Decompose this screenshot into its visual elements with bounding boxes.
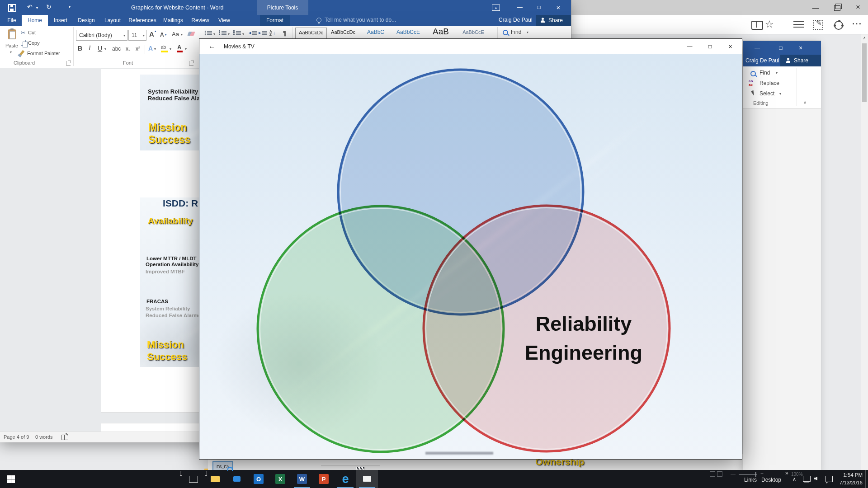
taskbar-word[interactable]: W — [291, 470, 313, 488]
collapse-ribbon-icon[interactable]: ∧ — [803, 100, 807, 105]
strikethrough-button[interactable]: abc — [112, 46, 121, 52]
bold-button[interactable]: B — [78, 45, 82, 52]
clear-formatting-icon[interactable] — [187, 32, 195, 36]
action-center-icon[interactable] — [826, 476, 833, 482]
tab-review[interactable]: Review — [187, 15, 213, 26]
italic-button[interactable]: I — [89, 45, 91, 52]
group-divider — [797, 68, 797, 106]
tab-view[interactable]: View — [213, 15, 235, 26]
select-button[interactable]: Select — [760, 90, 774, 97]
font-dialog-launcher-icon[interactable] — [189, 61, 193, 66]
maximize-button[interactable]: □ — [774, 41, 788, 55]
share-button[interactable]: Share — [536, 15, 571, 26]
undo-icon[interactable]: ↶ — [27, 3, 33, 10]
copy-button[interactable]: Copy — [28, 40, 40, 46]
font-color-button[interactable]: A — [177, 44, 183, 52]
replace-ac: ac — [749, 83, 753, 87]
tab-design[interactable]: Design — [73, 15, 99, 26]
share-button[interactable]: Share — [780, 55, 821, 66]
font-name-combobox[interactable]: Calibri (Body) ▾ — [76, 30, 127, 41]
tab-file[interactable]: File — [2, 15, 22, 26]
reading-view-icon[interactable] — [751, 21, 763, 30]
change-case-button[interactable]: Aa — [172, 31, 179, 38]
replace-button[interactable]: Replace — [760, 80, 779, 86]
cut-button[interactable]: Cut — [28, 30, 36, 35]
desktop-toolbar[interactable]: Desktop — [761, 477, 781, 483]
share-icon[interactable] — [834, 21, 843, 30]
customize-qat-icon[interactable]: ▾ — [69, 5, 71, 9]
ribbon-display-options-button[interactable]: ▴ — [489, 3, 503, 12]
paste-button[interactable]: Paste ▾ — [4, 28, 21, 61]
clipboard-dialog-launcher-icon[interactable] — [66, 61, 71, 66]
app-title: Movies & TV — [224, 43, 255, 50]
toolbar-expand-icon[interactable]: » — [785, 470, 788, 476]
clock[interactable]: 1:54 PM 7/13/2016 — [836, 471, 863, 487]
find-button[interactable]: Find — [760, 70, 770, 76]
sort-button[interactable]: A Z ↓ — [269, 29, 278, 37]
edge-minimize-button[interactable]: — — [807, 1, 825, 14]
redo-icon[interactable]: ↻ — [46, 3, 52, 10]
maximize-button[interactable]: □ — [700, 39, 720, 54]
close-button[interactable]: × — [794, 41, 807, 55]
shrink-font-button[interactable]: A — [160, 32, 164, 38]
hub-icon[interactable] — [793, 21, 804, 22]
network-icon[interactable] — [803, 476, 811, 482]
taskbar-edge[interactable]: e — [335, 470, 356, 488]
venn-diagram — [199, 54, 741, 459]
video-content[interactable]: Reliability Engineering — [199, 54, 742, 459]
task-view-button[interactable] — [183, 470, 204, 488]
show-hidden-icons-button[interactable]: ∧ — [793, 476, 796, 482]
links-toolbar[interactable]: Links — [744, 477, 757, 483]
taskbar-store[interactable] — [226, 470, 248, 488]
minimize-button[interactable]: — — [679, 39, 700, 54]
maximize-button[interactable]: □ — [529, 0, 548, 14]
tab-format[interactable]: Format — [260, 15, 290, 26]
taskbar-powerpoint[interactable]: P — [313, 470, 335, 488]
user-name[interactable]: Craig De Paul — [499, 17, 533, 23]
minimize-button[interactable]: — — [750, 41, 764, 55]
minimize-button[interactable]: — — [510, 0, 529, 14]
tab-layout[interactable]: Layout — [99, 15, 126, 26]
format-painter-button[interactable]: Format Painter — [27, 51, 60, 56]
scrollbar-up-arrow[interactable]: ∧ — [862, 36, 867, 40]
highlight-button[interactable]: ab — [161, 45, 168, 52]
ribbon-options-icon: ▴ — [492, 5, 500, 11]
tab-references[interactable]: References — [126, 15, 159, 26]
save-icon[interactable] — [8, 4, 16, 12]
superscript-button[interactable]: x² — [136, 46, 140, 52]
style-title[interactable]: AaB — [425, 27, 456, 40]
slide-line: Lower MTTR / MLDT — [146, 256, 197, 261]
close-button[interactable]: × — [720, 39, 741, 54]
style-preview: AaBbCcDc — [331, 29, 355, 35]
tab-home[interactable]: Home — [22, 15, 48, 26]
back-button[interactable]: ← — [208, 42, 216, 50]
grow-font-button[interactable]: A — [149, 30, 154, 38]
edge-close-button[interactable]: × — [849, 1, 867, 14]
paragraph-marks-button[interactable]: ¶ — [283, 29, 287, 37]
taskbar-excel[interactable]: X — [269, 470, 291, 488]
start-button[interactable] — [0, 470, 22, 488]
subscript-button[interactable]: x₂ — [126, 46, 131, 52]
web-note-icon[interactable] — [813, 20, 823, 30]
favorites-star-icon[interactable]: ☆ — [765, 19, 774, 30]
taskbar-file-explorer[interactable] — [204, 470, 226, 488]
tell-me-box[interactable]: Tell me what you want to do... — [325, 17, 396, 23]
edge-scrollbar-thumb[interactable] — [862, 43, 867, 102]
close-button[interactable]: × — [548, 0, 568, 14]
undo-dropdown-icon[interactable]: ▾ — [36, 6, 38, 10]
more-options-icon[interactable]: ··· — [852, 19, 862, 29]
taskbar-outlook[interactable]: O — [248, 470, 269, 488]
tab-insert[interactable]: Insert — [48, 15, 73, 26]
proofing-icon[interactable] — [61, 435, 68, 440]
font-size-combobox[interactable]: 11 ▾ — [128, 30, 146, 41]
volume-icon[interactable] — [814, 477, 817, 480]
edge-restore-button[interactable] — [828, 1, 846, 14]
mission-text: Mission — [148, 122, 187, 134]
taskbar-movies-tv[interactable] — [356, 470, 378, 488]
tab-mailings[interactable]: Mailings — [159, 15, 187, 26]
text-effects-button[interactable]: A — [148, 45, 153, 52]
find-button[interactable]: Find — [511, 29, 521, 35]
underline-button[interactable]: U — [98, 45, 102, 52]
word-count[interactable]: 0 words — [35, 434, 53, 440]
page-indicator[interactable]: Page 4 of 9 — [4, 434, 29, 440]
